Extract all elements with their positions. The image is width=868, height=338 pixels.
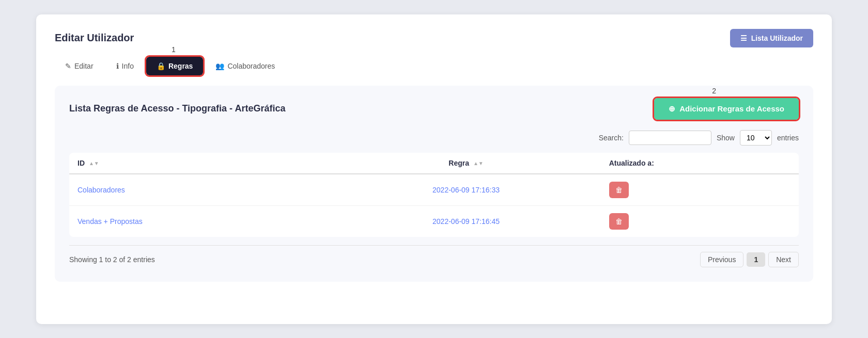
sort-arrows-regra: ▲▼ [473, 161, 484, 166]
tab-info[interactable]: ℹ Info [106, 57, 144, 75]
cell-id-2: Vendas + Propostas [69, 205, 331, 237]
table-header-row: ID ▲▼ Regra ▲▼ Atualizado a: [69, 153, 799, 174]
cell-id-1: Colaboradores [69, 174, 331, 206]
annotation-1: 1 [172, 45, 176, 54]
sort-arrows-id: ▲▼ [89, 161, 99, 166]
data-table: ID ▲▼ Regra ▲▼ Atualizado a: Colaborador… [69, 153, 799, 237]
previous-button[interactable]: Previous [700, 252, 743, 267]
content-card: 2 Lista Regras de Acesso - Tipografia - … [55, 86, 813, 282]
tab-editar[interactable]: ✎ Editar [55, 57, 104, 75]
table-row: Vendas + Propostas 2022-06-09 17:16:45 🗑 [69, 205, 799, 237]
table-footer: Showing 1 to 2 of 2 entries Previous 1 N… [69, 245, 799, 267]
col-id[interactable]: ID ▲▼ [69, 153, 331, 174]
card-header: 2 Lista Regras de Acesso - Tipografia - … [69, 98, 799, 120]
next-button[interactable]: Next [768, 252, 799, 267]
plus-icon: ⊕ [669, 104, 675, 114]
col-regra[interactable]: Regra ▲▼ [331, 153, 600, 174]
tab-regras-wrapper: 🔒 Regras [146, 57, 203, 75]
pagination: Previous 1 Next [700, 252, 799, 267]
search-label: Search: [599, 134, 624, 142]
show-select[interactable]: 10 25 50 100 [740, 130, 772, 146]
page-header: Editar Utilizador ☰ Lista Utilizador [55, 29, 813, 47]
page-title: Editar Utilizador [55, 32, 134, 44]
showing-text: Showing 1 to 2 of 2 entries [69, 255, 155, 264]
add-btn-wrapper: ⊕ Adicionar Regras de Acesso [654, 98, 799, 120]
entries-label: entries [777, 134, 799, 142]
list-icon: ☰ [740, 34, 747, 42]
cell-regra-2: 2022-06-09 17:16:45 [331, 205, 600, 237]
annotation-2: 2 [712, 87, 716, 95]
col-atualizado: Atualizado a: [601, 153, 799, 174]
show-label: Show [717, 134, 735, 142]
info-icon: ℹ [116, 62, 119, 70]
card-title: Lista Regras de Acesso - Tipografia - Ar… [69, 103, 285, 114]
search-input[interactable] [629, 131, 711, 145]
delete-button-2[interactable]: 🗑 [609, 213, 629, 230]
cell-regra-1: 2022-06-09 17:16:33 [331, 174, 600, 206]
table-controls: Search: Show 10 25 50 100 entries [69, 130, 799, 146]
page-1-button[interactable]: 1 [747, 252, 765, 267]
table-row: Colaboradores 2022-06-09 17:16:33 🗑 [69, 174, 799, 206]
tabs-container: 1 ✎ Editar ℹ Info 🔒 Regras 👥 Colaborador… [55, 57, 813, 75]
colaboradores-icon: 👥 [215, 62, 224, 70]
adicionar-regras-button[interactable]: ⊕ Adicionar Regras de Acesso [654, 98, 799, 120]
main-container: Editar Utilizador ☰ Lista Utilizador 1 ✎… [36, 14, 832, 324]
edit-icon: ✎ [65, 62, 71, 70]
trash-icon-1: 🗑 [615, 186, 623, 194]
tab-colaboradores[interactable]: 👥 Colaboradores [205, 57, 285, 75]
lock-icon: 🔒 [157, 62, 165, 70]
cell-action-1: 🗑 [601, 174, 799, 206]
delete-button-1[interactable]: 🗑 [609, 182, 629, 198]
tab-regras[interactable]: 🔒 Regras [146, 57, 203, 75]
trash-icon-2: 🗑 [615, 217, 623, 226]
cell-action-2: 🗑 [601, 205, 799, 237]
lista-utilizador-button[interactable]: ☰ Lista Utilizador [730, 29, 813, 47]
